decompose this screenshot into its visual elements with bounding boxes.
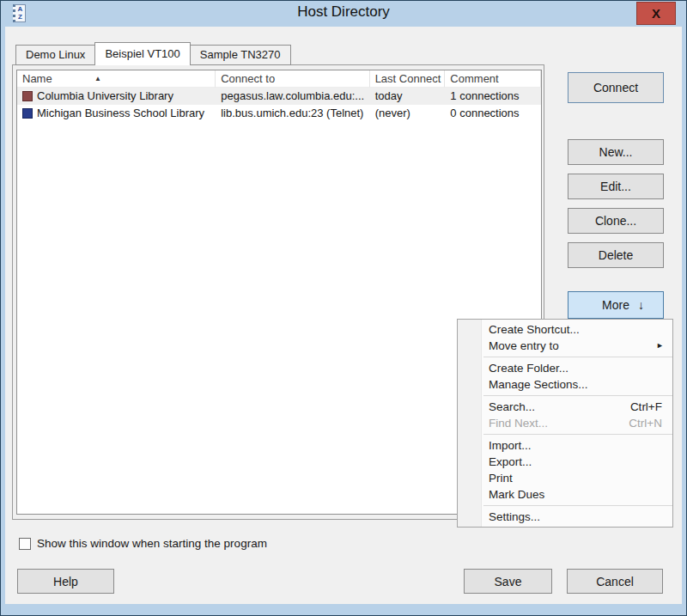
cell-name: Michigan Business School Library (17, 105, 216, 122)
menu-item-label: Create Shortcut... (489, 321, 580, 338)
menu-item-import[interactable]: Import... (458, 437, 672, 454)
menu-item-manage-sections[interactable]: Manage Sections... (458, 376, 672, 393)
menu-item-mark-dues[interactable]: Mark Dues (458, 486, 672, 503)
menu-item-label: Manage Sections... (489, 376, 588, 393)
menu-item-label: Import... (489, 437, 532, 454)
help-button[interactable]: Help (17, 569, 114, 594)
host-icon-blue (22, 108, 33, 119)
menu-item-shortcut: Ctrl+N (629, 415, 662, 431)
cell-comment: 0 connections (445, 105, 541, 122)
new-button[interactable]: New... (568, 139, 664, 165)
menu-item-label: Search... (489, 399, 535, 415)
menu-item-label: Move entry to (489, 338, 559, 354)
column-header-connect-to[interactable]: Connect to (216, 70, 369, 88)
cell-connect-to: pegasus.law.columbia.edu:... (216, 88, 369, 105)
tab-beispiel-vt100[interactable]: Beispiel VT100 (94, 42, 190, 65)
column-header-last-connect[interactable]: Last Connect (370, 70, 446, 88)
more-button[interactable]: More ↓ (568, 291, 664, 319)
cell-connect-to: lib.bus.umich.edu:23 (Telnet) (216, 105, 369, 122)
menu-item-label: Export... (489, 454, 532, 470)
menu-item-label: Find Next... (489, 415, 548, 431)
connect-button[interactable]: Connect (568, 72, 664, 103)
tab-sample-tn3270[interactable]: Sample TN3270 (190, 45, 291, 65)
table-row[interactable]: Michigan Business School Librarylib.bus.… (17, 105, 541, 122)
window-title: Host Directory (5, 3, 682, 21)
sort-ascending-icon: ▲ (94, 70, 101, 87)
startup-checkbox-label: Show this window when starting the progr… (37, 537, 267, 550)
list-rows: Columbia University Librarypegasus.law.c… (17, 88, 541, 122)
startup-checkbox[interactable] (19, 538, 31, 550)
close-icon: X (652, 6, 660, 21)
column-header-comment[interactable]: Comment (445, 70, 541, 88)
tab-demo-linux[interactable]: Demo Linux (15, 45, 95, 65)
column-header-name[interactable]: Name▲ (17, 70, 216, 88)
menu-item-create-shortcut[interactable]: Create Shortcut... (458, 321, 672, 338)
more-button-label: More (602, 298, 629, 312)
menu-item-label: Create Folder... (489, 360, 568, 376)
cancel-button[interactable]: Cancel (567, 569, 663, 594)
list-header: Name▲Connect toLast ConnectComment (17, 70, 541, 88)
cell-comment: 1 connections (445, 88, 541, 105)
menu-item-search[interactable]: Search...Ctrl+F (458, 399, 672, 415)
menu-separator (483, 505, 672, 506)
clone-button[interactable]: Clone... (568, 208, 664, 234)
host-directory-window: A Z Host Directory X Demo LinuxBeispiel … (0, 0, 687, 616)
menu-item-create-folder[interactable]: Create Folder... (458, 360, 672, 376)
menu-item-export[interactable]: Export... (458, 454, 672, 470)
cell-last-connect: today (370, 88, 446, 105)
close-button[interactable]: X (636, 2, 676, 25)
edit-button[interactable]: Edit... (568, 174, 664, 199)
menu-item-find-next[interactable]: Find Next...Ctrl+N (458, 415, 672, 431)
menu-item-label: Print (489, 470, 513, 486)
cell-name: Columbia University Library (17, 88, 216, 105)
more-context-menu: Create Shortcut...Move entry to►Create F… (457, 319, 673, 528)
titlebar[interactable]: A Z Host Directory X (5, 1, 682, 27)
menu-separator (483, 357, 672, 357)
delete-button[interactable]: Delete (568, 242, 664, 268)
menu-item-shortcut: Ctrl+F (630, 399, 662, 415)
menu-item-print[interactable]: Print (458, 470, 672, 486)
menu-separator (483, 395, 672, 396)
cell-last-connect: (never) (370, 105, 446, 122)
dialog-body: Demo LinuxBeispiel VT100Sample TN3270 Na… (5, 27, 682, 604)
save-button[interactable]: Save (464, 569, 552, 594)
table-row[interactable]: Columbia University Librarypegasus.law.c… (17, 88, 541, 105)
menu-item-settings[interactable]: Settings... (458, 509, 672, 525)
menu-item-move-entry-to[interactable]: Move entry to► (458, 338, 672, 354)
startup-option-row: Show this window when starting the progr… (19, 537, 267, 550)
host-icon-red (22, 91, 33, 101)
menu-item-label: Settings... (489, 509, 540, 525)
submenu-arrow-icon: ► (656, 338, 664, 354)
down-arrow-icon: ↓ (638, 298, 644, 312)
menu-separator (483, 434, 672, 435)
menu-item-label: Mark Dues (489, 486, 544, 503)
tab-bar: Demo LinuxBeispiel VT100Sample TN3270 (15, 42, 290, 65)
